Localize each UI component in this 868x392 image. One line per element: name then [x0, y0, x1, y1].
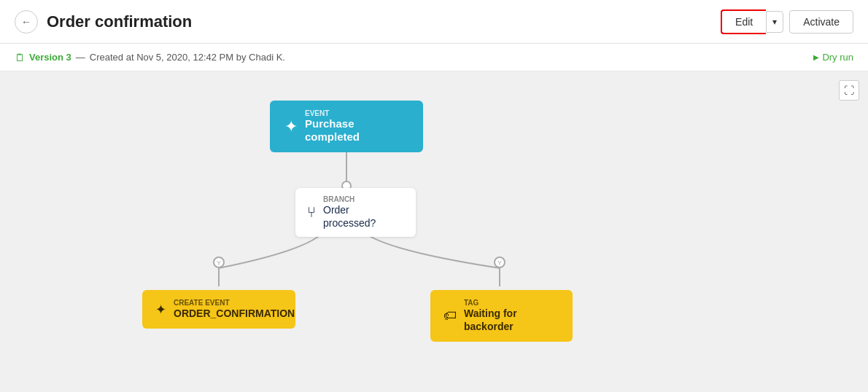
version-info: 🗒 Version 3 — Created at Nov 5, 2020, 12… [15, 52, 285, 63]
header-left: ← Order confirmation [15, 10, 192, 34]
connectors: Y Y [0, 71, 868, 392]
tag-node-label: TAG [464, 299, 559, 307]
back-button[interactable]: ← [15, 10, 38, 34]
created-info: Created at Nov 5, 2020, 12:42 PM by Chad… [90, 52, 285, 63]
event-node-label: EVENT [305, 109, 408, 117]
wand-icon: ✦ [155, 302, 166, 318]
svg-point-2 [214, 257, 224, 267]
back-icon: ← [21, 16, 31, 28]
edit-dropdown-button[interactable]: ▾ [766, 11, 783, 33]
play-icon: ▶ [813, 53, 819, 61]
branch-node[interactable]: ⑂ BRANCH Order processed? [295, 188, 416, 237]
edit-button[interactable]: Edit [721, 9, 766, 34]
branch-node-content: BRANCH Order processed? [323, 195, 404, 230]
svg-point-4 [495, 257, 505, 267]
header-actions: Edit ▾ Activate [721, 9, 853, 34]
version-link[interactable]: Version 3 [29, 52, 71, 63]
create-event-content: CREATE EVENT ORDER_CONFIRMATION [174, 299, 295, 320]
create-event-label: CREATE EVENT [174, 299, 295, 307]
branch-node-label: BRANCH [323, 195, 404, 203]
tag-icon: 🏷 [443, 308, 457, 324]
create-event-name: ORDER_CONFIRMATION [174, 307, 295, 319]
event-node[interactable]: ✦ EVENT Purchase completed [270, 101, 423, 152]
event-node-content: EVENT Purchase completed [305, 109, 408, 144]
activate-button[interactable]: Activate [789, 10, 853, 34]
version-icon: 🗒 [15, 52, 25, 63]
create-event-node[interactable]: ✦ CREATE EVENT ORDER_CONFIRMATION [142, 290, 295, 329]
dry-run-button[interactable]: ▶ Dry run [813, 52, 853, 63]
svg-text:Y: Y [497, 259, 502, 267]
page-title: Order confirmation [47, 12, 192, 31]
header: ← Order confirmation Edit ▾ Activate [0, 0, 868, 44]
separator: — [76, 52, 85, 63]
workflow-canvas: Y Y ✦ EVENT Purchase completed ⑂ BRANCH … [0, 71, 868, 392]
event-icon: ✦ [284, 117, 298, 136]
svg-text:Y: Y [217, 259, 221, 267]
fullscreen-button[interactable]: ⛶ [839, 80, 859, 101]
branch-icon: ⑂ [307, 204, 316, 221]
branch-node-name: Order processed? [323, 204, 376, 229]
event-node-name: Purchase completed [305, 117, 360, 143]
tag-node[interactable]: 🏷 TAG Waiting for backorder [430, 290, 573, 342]
chevron-down-icon: ▾ [772, 17, 777, 27]
dry-run-label: Dry run [822, 52, 853, 63]
tag-node-name: Waiting for backorder [464, 307, 517, 332]
fullscreen-icon: ⛶ [844, 85, 854, 96]
tag-node-content: TAG Waiting for backorder [464, 299, 559, 333]
subheader: 🗒 Version 3 — Created at Nov 5, 2020, 12… [0, 44, 868, 71]
